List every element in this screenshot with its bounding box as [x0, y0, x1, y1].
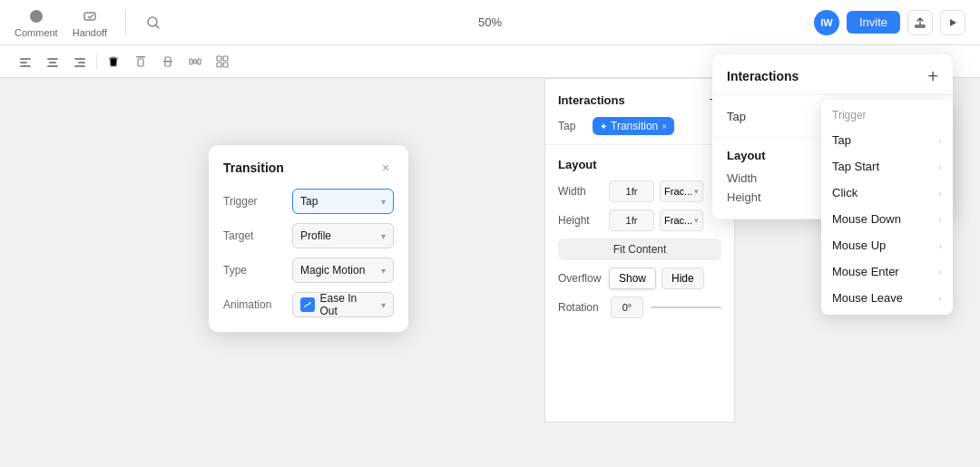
- trigger-select[interactable]: Tap ▾: [292, 189, 394, 214]
- user-avatar: IW: [814, 10, 839, 35]
- animation-select[interactable]: Ease In Out ▾: [292, 292, 394, 317]
- grid-btn[interactable]: [211, 51, 233, 73]
- dropdown-item-mouse-up[interactable]: Mouse Up ›: [821, 232, 953, 258]
- delete-btn[interactable]: [103, 51, 124, 73]
- dropdown-item-mouse-enter[interactable]: Mouse Enter ›: [821, 258, 953, 285]
- height-unit-select[interactable]: Frac... ▾: [660, 209, 703, 231]
- play-button[interactable]: [940, 10, 965, 35]
- dialog-title: Transition: [223, 161, 284, 175]
- animation-arrow: ▾: [381, 300, 386, 310]
- canvas-area: Comment Handoff: [0, 0, 980, 467]
- right-panel-add-button[interactable]: +: [927, 67, 938, 85]
- svg-rect-12: [136, 56, 145, 58]
- vertical-align-top-btn[interactable]: [130, 51, 152, 73]
- search-icon: [144, 14, 162, 32]
- dropdown-item-tap[interactable]: Tap ›: [821, 127, 953, 153]
- width-row: Width 1fr Frac... ▾: [558, 180, 721, 202]
- search-tool[interactable]: [144, 14, 162, 32]
- chip-icon: ✦: [600, 122, 607, 131]
- width-unit-select[interactable]: Frac... ▾: [660, 180, 703, 202]
- type-select[interactable]: Magic Motion ▾: [292, 258, 394, 283]
- svg-rect-18: [194, 60, 197, 63]
- target-label: Target: [223, 229, 285, 242]
- dropdown-header: Trigger: [821, 103, 953, 127]
- share-button[interactable]: [907, 10, 933, 35]
- interactions-title: Interactions: [558, 93, 625, 107]
- fit-content-button[interactable]: Fit Content: [558, 238, 721, 260]
- dialog-close-button[interactable]: ×: [377, 160, 394, 176]
- vertical-align-center-btn[interactable]: [157, 51, 179, 73]
- interactions-header: Interactions +: [558, 92, 721, 108]
- chip-close-button[interactable]: ×: [662, 122, 667, 131]
- trigger-label: Trigger: [223, 195, 285, 208]
- svg-rect-22: [223, 63, 228, 67]
- type-label: Type: [223, 264, 285, 277]
- svg-rect-16: [190, 59, 192, 64]
- mouse-up-dropdown-arrow: ›: [938, 240, 942, 251]
- tap-start-dropdown-arrow: ›: [938, 161, 942, 172]
- svg-rect-21: [217, 63, 221, 67]
- handoff-label: Handoff: [73, 27, 107, 38]
- invite-button[interactable]: Invite: [847, 11, 900, 34]
- animation-label: Animation: [223, 298, 285, 311]
- rotation-slider[interactable]: [651, 306, 721, 308]
- svg-rect-20: [223, 56, 228, 61]
- width-unit-arrow: ▾: [694, 187, 699, 196]
- svg-rect-4: [20, 62, 27, 63]
- toolbar-center: 50%: [478, 15, 502, 29]
- divider-align: [96, 54, 97, 70]
- toolbar-right: IW Invite: [814, 10, 965, 35]
- trigger-arrow: ▾: [381, 197, 386, 207]
- overflow-label: Overflow: [558, 272, 603, 285]
- overflow-show-button[interactable]: Show: [609, 268, 656, 289]
- interactions-section: Interactions + Tap ✦ Transition ×: [545, 79, 734, 145]
- dropdown-item-mouse-down[interactable]: Mouse Down ›: [821, 206, 953, 232]
- target-row: Target Profile ▾: [223, 223, 394, 248]
- tap-dropdown-arrow: ›: [938, 135, 942, 146]
- toolbar: Comment Handoff: [0, 0, 980, 45]
- mouse-leave-dropdown-arrow: ›: [938, 293, 942, 304]
- height-label: Height: [558, 214, 603, 227]
- comment-icon: [27, 7, 45, 25]
- mouse-down-dropdown-arrow: ›: [938, 214, 942, 225]
- svg-rect-7: [49, 62, 56, 63]
- comment-label: Comment: [15, 27, 58, 38]
- rotation-input[interactable]: 0°: [611, 297, 643, 318]
- target-select[interactable]: Profile ▾: [292, 223, 394, 248]
- handoff-tool[interactable]: Handoff: [73, 7, 107, 38]
- overflow-row: Overflow Show Hide: [558, 268, 721, 289]
- toolbar-left: Comment Handoff: [15, 7, 807, 38]
- handoff-icon: [81, 7, 99, 25]
- divider: [125, 10, 126, 35]
- transition-dialog: Transition × Trigger Tap ▾ Target Profil…: [209, 145, 408, 332]
- height-input[interactable]: 1fr: [609, 209, 654, 231]
- zoom-label[interactable]: 50%: [478, 15, 502, 29]
- rotation-row: Rotation 0°: [558, 297, 721, 318]
- mouse-enter-dropdown-arrow: ›: [938, 267, 942, 277]
- svg-rect-9: [74, 58, 85, 60]
- height-row: Height 1fr Frac... ▾: [558, 209, 721, 231]
- svg-rect-6: [47, 58, 58, 60]
- comment-tool[interactable]: Comment: [15, 7, 58, 38]
- svg-rect-17: [198, 59, 201, 64]
- dropdown-item-click[interactable]: Click ›: [821, 180, 953, 206]
- click-dropdown-arrow: ›: [938, 188, 942, 199]
- trigger-dropdown: Trigger Tap › Tap Start › Click › Mouse …: [821, 100, 953, 315]
- overflow-hide-button[interactable]: Hide: [662, 268, 704, 289]
- right-panel-header: Interactions +: [712, 54, 953, 95]
- dropdown-item-mouse-leave[interactable]: Mouse Leave ›: [821, 285, 953, 311]
- dialog-header: Transition ×: [223, 160, 394, 176]
- layout-section: Layout Width 1fr Frac... ▾ Height 1fr Fr…: [545, 145, 734, 331]
- dropdown-item-tap-start[interactable]: Tap Start ›: [821, 153, 953, 180]
- layout-title: Layout: [558, 158, 597, 171]
- animation-row: Animation Ease In Out ▾: [223, 292, 394, 317]
- align-center-btn[interactable]: [42, 51, 64, 73]
- align-right-btn[interactable]: [69, 51, 91, 73]
- transition-chip[interactable]: ✦ Transition ×: [593, 117, 674, 135]
- target-arrow: ▾: [381, 231, 386, 241]
- distribute-btn[interactable]: [184, 51, 206, 73]
- height-unit-arrow: ▾: [694, 216, 699, 225]
- svg-point-0: [30, 10, 43, 23]
- width-input[interactable]: 1fr: [609, 180, 654, 202]
- align-left-btn[interactable]: [15, 51, 36, 73]
